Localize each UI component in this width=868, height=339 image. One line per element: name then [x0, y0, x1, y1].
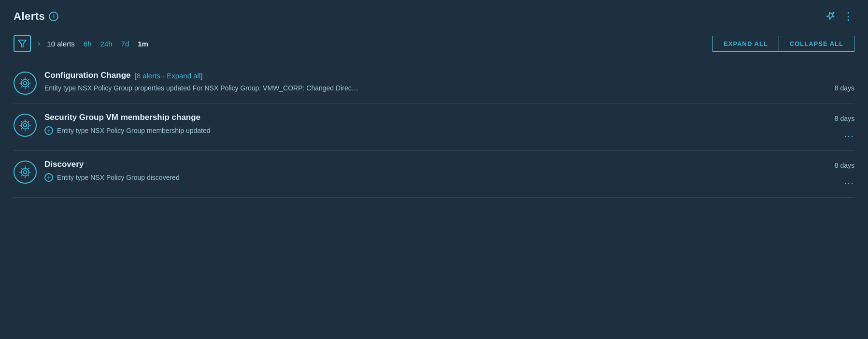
alert-title-config: Configuration Change: [44, 71, 130, 80]
alert-row: Security Group VM membership change + En…: [14, 104, 854, 151]
pin-icon[interactable]: [821, 8, 838, 25]
alert-desc-config: Entity type NSX Policy Group properties …: [44, 84, 854, 92]
more-menu-icon[interactable]: ⋮: [843, 10, 854, 23]
more-options-security[interactable]: ⋮: [844, 132, 854, 142]
alert-icon-security: [14, 114, 37, 137]
filter-button[interactable]: [14, 35, 31, 52]
alert-count: 10 alerts: [47, 40, 75, 48]
alert-icon-discovery: [14, 161, 37, 184]
svg-point-2: [21, 79, 28, 87]
panel-header: Alerts i ⋮: [14, 10, 854, 23]
alert-title-discovery: Discovery: [44, 160, 84, 169]
svg-point-6: [21, 168, 28, 176]
header-left: Alerts i: [14, 10, 58, 23]
alert-desc-text-config: Entity type NSX Policy Group properties …: [44, 84, 358, 92]
expand-circle-discovery[interactable]: +: [44, 173, 53, 182]
time-filter-24h[interactable]: 24h: [99, 39, 114, 49]
alert-desc-discovery: + Entity type NSX Policy Group discovere…: [44, 173, 808, 182]
alert-content-security: Security Group VM membership change + En…: [44, 113, 808, 135]
alert-title-row-config: Configuration Change [8 alerts - Expand …: [44, 71, 854, 80]
more-options-discovery[interactable]: ⋮: [844, 178, 854, 189]
alert-right-security: 8 days ⋮: [816, 113, 854, 142]
toolbar-left: › 10 alerts 6h 24h 7d 1m: [14, 35, 150, 52]
toolbar-right: EXPAND ALL COLLAPSE ALL: [712, 36, 854, 52]
alert-title-row-discovery: Discovery: [44, 160, 808, 169]
alert-content-discovery: Discovery + Entity type NSX Policy Group…: [44, 160, 808, 182]
time-filter-1m[interactable]: 1m: [136, 39, 150, 49]
time-filter-7d[interactable]: 7d: [119, 39, 131, 49]
alert-time-config: 8 days: [835, 84, 854, 92]
alert-time-discovery: 8 days: [835, 162, 854, 169]
expand-circle-security[interactable]: +: [44, 126, 53, 135]
alert-list: Configuration Change [8 alerts - Expand …: [14, 62, 854, 198]
alert-right-discovery: 8 days ⋮: [816, 160, 854, 189]
info-icon[interactable]: i: [49, 12, 58, 21]
expand-all-button[interactable]: EXPAND ALL: [712, 36, 779, 52]
panel-title: Alerts: [14, 10, 45, 23]
svg-marker-0: [18, 40, 26, 47]
svg-point-3: [24, 124, 27, 127]
time-filter-6h[interactable]: 6h: [82, 39, 94, 49]
alert-desc-text-discovery: Entity type NSX Policy Group discovered: [57, 174, 180, 181]
collapse-all-button[interactable]: COLLAPSE ALL: [779, 36, 854, 52]
toolbar-row: › 10 alerts 6h 24h 7d 1m EXPAND ALL COLL…: [14, 35, 854, 52]
alert-time-security: 8 days: [835, 115, 854, 122]
time-filter-group: 6h 24h 7d 1m: [82, 39, 150, 49]
alerts-panel: Alerts i ⋮ › 10 alerts 6h: [0, 0, 868, 339]
svg-point-5: [24, 171, 27, 174]
alert-title-row-security: Security Group VM membership change: [44, 113, 808, 122]
alert-desc-security: + Entity type NSX Policy Group membershi…: [44, 126, 808, 135]
alert-title-security: Security Group VM membership change: [44, 113, 200, 122]
alert-content-config: Configuration Change [8 alerts - Expand …: [44, 71, 854, 92]
svg-point-4: [21, 121, 28, 129]
alert-row: Configuration Change [8 alerts - Expand …: [14, 62, 854, 104]
alert-icon-config: [14, 72, 37, 95]
alert-badge-config[interactable]: [8 alerts - Expand all]: [134, 72, 202, 80]
alert-desc-text-security: Entity type NSX Policy Group membership …: [57, 127, 211, 134]
expand-chevron[interactable]: ›: [38, 39, 40, 48]
svg-point-1: [24, 82, 27, 85]
header-right: ⋮: [825, 10, 854, 23]
alert-row: Discovery + Entity type NSX Policy Group…: [14, 151, 854, 198]
